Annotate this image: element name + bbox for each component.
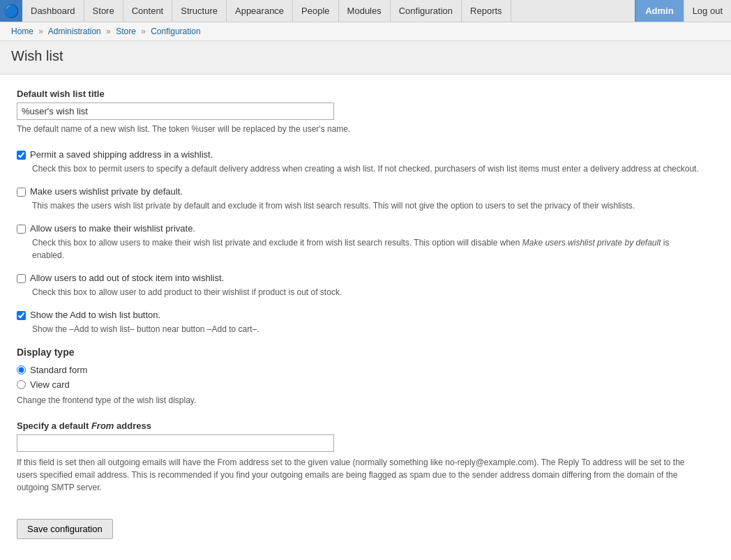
checkbox-show-button-row: Show the Add to wish list button. [17,310,709,320]
checkbox-shipping-section: Permit a saved shipping address in a wis… [17,149,709,175]
nav-item-appearance[interactable]: Appearance [227,0,293,22]
breadcrumb-administration[interactable]: Administration [48,27,101,36]
checkbox-out-of-stock-desc: Check this box to allow user to add prod… [32,286,702,298]
checkbox-allow-private[interactable] [17,225,26,234]
checkbox-shipping[interactable] [17,151,26,160]
default-title-label: Default wish list title [17,89,709,99]
nav-item-people[interactable]: People [293,0,338,22]
nav-item-reports[interactable]: Reports [462,0,511,22]
checkbox-allow-private-label[interactable]: Allow users to make their wishlist priva… [30,223,195,234]
breadcrumb-store[interactable]: Store [116,27,136,36]
logo-icon: 🔵 [3,3,19,19]
checkbox-allow-private-desc: Check this box to allow users to make th… [32,236,702,262]
radio-standard-row: Standard form [17,365,709,375]
page-title: Wish list [11,48,720,64]
page-title-bar: Wish list [0,41,731,75]
checkbox-out-of-stock[interactable] [17,274,26,283]
nav-item-configuration[interactable]: Configuration [391,0,462,22]
checkbox-out-of-stock-section: Allow users to add out of stock item int… [17,273,709,298]
top-navigation: 🔵 Dashboard Store Content Structure Appe… [0,0,731,22]
radio-standard[interactable] [17,365,26,374]
checkbox-show-button[interactable] [17,311,26,320]
site-logo: 🔵 [0,0,22,22]
checkbox-show-button-section: Show the Add to wish list button. Show t… [17,310,709,335]
checkbox-private-default-desc: This makes the users wish list private b… [32,199,702,212]
save-button[interactable]: Save configuration [17,519,113,539]
logout-button[interactable]: Log out [684,0,731,22]
checkbox-private-default-section: Make users wishlist private by default. … [17,186,709,212]
nav-item-store[interactable]: Store [84,0,123,22]
breadcrumb-home[interactable]: Home [11,27,33,36]
radio-view-card-label[interactable]: View card [30,379,70,390]
display-type-title: Display type [17,347,709,358]
nav-right: Admin Log out [635,0,731,22]
checkbox-shipping-row: Permit a saved shipping address in a wis… [17,149,709,160]
radio-standard-label[interactable]: Standard form [30,365,87,375]
checkbox-out-of-stock-row: Allow users to add out of stock item int… [17,273,709,283]
checkbox-out-of-stock-label[interactable]: Allow users to add out of stock item int… [30,273,224,283]
display-type-hint: Change the frontend type of the wish lis… [17,394,700,407]
nav-item-structure[interactable]: Structure [172,0,227,22]
default-title-input[interactable] [17,103,334,120]
default-title-hint: The default name of a new wish list. The… [17,123,700,135]
radio-card-row: View card [17,379,709,390]
checkbox-allow-private-section: Allow users to make their wishlist priva… [17,223,709,262]
nav-item-dashboard[interactable]: Dashboard [22,0,84,22]
display-type-group: Display type Standard form View card Cha… [17,347,709,407]
breadcrumb-configuration[interactable]: Configuration [151,27,200,36]
from-address-group: Specify a default From address If this f… [17,421,709,494]
checkbox-shipping-label[interactable]: Permit a saved shipping address in a wis… [30,149,213,160]
main-content: Default wish list title The default name… [0,75,725,553]
admin-label: Admin [635,0,683,22]
checkbox-private-default-label[interactable]: Make users wishlist private by default. [30,186,183,197]
from-address-input[interactable] [17,434,334,452]
checkbox-private-default[interactable] [17,188,26,197]
from-address-label: Specify a default From address [17,421,709,431]
default-title-group: Default wish list title The default name… [17,89,709,135]
nav-item-content[interactable]: Content [123,0,173,22]
checkbox-private-default-row: Make users wishlist private by default. [17,186,709,197]
checkbox-allow-private-row: Allow users to make their wishlist priva… [17,223,709,234]
checkbox-shipping-desc: Check this box to permit users to specif… [32,162,702,175]
checkbox-show-button-label[interactable]: Show the Add to wish list button. [30,310,160,320]
breadcrumb: Home » Administration » Store » Configur… [0,22,731,41]
radio-view-card[interactable] [17,380,26,389]
checkbox-show-button-desc: Show the –Add to wish list– button near … [32,323,702,335]
from-address-hint: If this field is set then all outgoing e… [17,456,700,494]
nav-item-modules[interactable]: Modules [339,0,391,22]
